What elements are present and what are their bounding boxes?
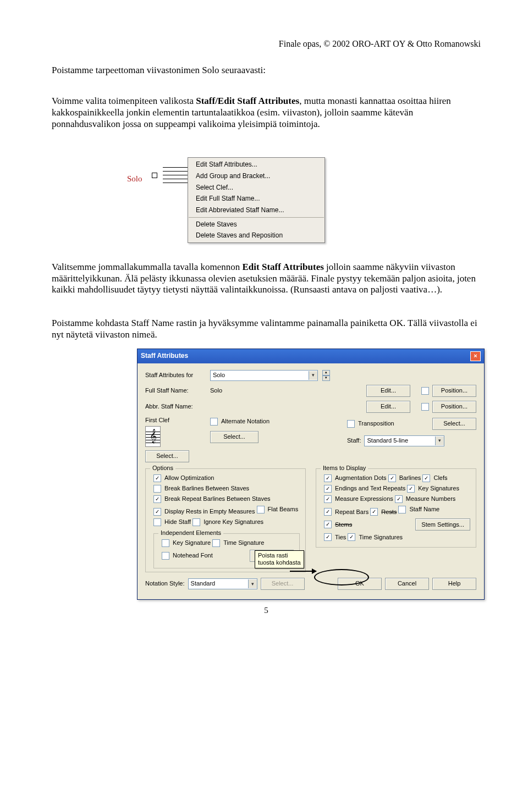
edit-abbr-name-button[interactable]: Edit... (366, 401, 410, 413)
opt-hide-staff: Hide Staff (164, 518, 191, 526)
checkbox-icon: ✓ (407, 485, 415, 493)
chk-measure-num[interactable]: ✓Measure Numbers (395, 495, 455, 503)
chk-staff-name[interactable]: Staff Name (398, 506, 439, 513)
checkbox-icon (257, 506, 265, 513)
item-repeat: Repeat Bars (335, 509, 369, 516)
chk-keysig[interactable]: ✓Key Signatures (407, 485, 459, 493)
menu-add-group-bracket[interactable]: Add Group and Bracket... (188, 170, 324, 182)
combo-staff-type[interactable]: Standard 5-line ▾ (364, 435, 444, 446)
position-abbr-name-button[interactable]: Position... (432, 401, 476, 413)
help-button[interactable]: Help (432, 578, 476, 590)
context-menu: Edit Staff Attributes... Add Group and B… (188, 157, 325, 242)
para1b-pre: Voimme valita toimenpiteen valikosta (52, 96, 196, 106)
checkbox-icon: ✓ (324, 508, 332, 516)
checkbox-icon (347, 420, 355, 428)
legend-items: Items to Display (321, 465, 368, 472)
paragraph-2: Valitsemme jommallakummalla tavalla kome… (52, 262, 481, 296)
para2-bold: Edit Staff Attributes (243, 262, 324, 272)
chk-display-rests[interactable]: ✓Display Rests in Empty Measures (153, 508, 255, 516)
position-full-name-button[interactable]: Position... (432, 385, 476, 397)
spin-control[interactable]: ▴▾ (322, 370, 330, 381)
chk-repeat-bars[interactable]: ✓Repeat Bars (324, 508, 369, 516)
indep-keysig: Key Signature (173, 539, 211, 546)
chk-indep-timesig[interactable]: Time Signature (212, 539, 264, 547)
legend-options: Options (150, 465, 175, 472)
combo-staff-attributes-for[interactable]: Solo ▾ (210, 370, 318, 381)
chk-stems[interactable]: ✓Stems (324, 521, 352, 528)
legend-independent: Independent Elements (158, 529, 223, 537)
checkbox-icon: ✓ (324, 474, 332, 482)
dialog-titlebar: Staff Attributes × (138, 349, 484, 363)
chk-rests[interactable]: ✓Rests (370, 508, 397, 516)
context-menu-screenshot: Moderato 𝅘𝅥 = 108 Solo Edit Staff Attrib… (146, 157, 342, 242)
checkbox-icon (210, 418, 218, 426)
paragraph-3: Poistamme kohdasta Staff Name rastin ja … (52, 318, 481, 340)
item-rests: Rests (381, 509, 397, 516)
page-number: 5 (52, 605, 481, 615)
chk-measure-expr[interactable]: ✓Measure Expressions (324, 495, 393, 503)
item-keysig: Key Signatures (418, 485, 459, 492)
menu-select-clef[interactable]: Select Clef... (188, 182, 324, 194)
menu-delete-staves[interactable]: Delete Staves (188, 219, 324, 230)
menu-edit-staff-attributes[interactable]: Edit Staff Attributes... (188, 159, 324, 170)
opt-break-barlines: Break Barlines Between Staves (164, 485, 249, 492)
menu-delete-staves-reposition[interactable]: Delete Staves and Reposition (188, 230, 324, 241)
chk-indep-notehead[interactable]: Notehead Font (162, 552, 213, 560)
checkbox-icon: ✓ (153, 508, 161, 516)
checkbox-icon (421, 403, 429, 411)
select-transposition-button[interactable]: Select... (432, 418, 476, 430)
label-alternate-notation: Alternate Notation (221, 418, 270, 425)
staff-name-solo: Solo (127, 174, 142, 184)
stem-settings-button[interactable]: Stem Settings... (415, 518, 470, 531)
select-notation-style-button: Select... (261, 578, 305, 590)
chk-clefs[interactable]: ✓Clefs (422, 474, 447, 482)
chk-indep-keysig[interactable]: Key Signature (162, 539, 211, 547)
chk-full-position[interactable] (421, 387, 429, 395)
chk-barlines[interactable]: ✓Barlines (388, 474, 421, 482)
chk-hide-staff[interactable]: Hide Staff (153, 518, 191, 526)
chk-alternate-notation[interactable]: Alternate Notation (210, 418, 344, 426)
checkbox-icon: ✓ (153, 495, 161, 503)
chk-flat-beams[interactable]: Flat Beams (257, 506, 299, 513)
menu-edit-full-staff-name[interactable]: Edit Full Staff Name... (188, 193, 324, 205)
close-button[interactable]: × (470, 351, 481, 361)
item-ties: Ties (335, 534, 346, 541)
checkbox-icon: ✓ (395, 495, 403, 503)
combo-staff-attributes-for-value: Solo (213, 372, 309, 379)
chk-ties[interactable]: ✓Ties (324, 533, 346, 541)
first-clef-preview: 𝄞 (145, 426, 161, 447)
checkbox-icon: ✓ (324, 521, 332, 528)
chk-allow-optimization[interactable]: ✓Allow Optimization (153, 474, 214, 482)
chk-break-barlines[interactable]: Break Barlines Between Staves (153, 485, 249, 493)
select-clef-button[interactable]: Select... (145, 450, 189, 462)
chk-endings[interactable]: ✓Endings and Text Repeats (324, 485, 405, 493)
dialog-title: Staff Attributes (141, 352, 188, 360)
cancel-button[interactable]: Cancel (385, 578, 429, 590)
selection-handle[interactable] (152, 173, 157, 178)
checkbox-icon: ✓ (388, 474, 396, 482)
item-stems: Stems (335, 521, 352, 528)
label-abbr-staff-name: Abbr. Staff Name: (145, 403, 207, 410)
item-mexpr: Measure Expressions (335, 495, 393, 502)
chevron-down-icon: ▾ (248, 579, 257, 588)
label-staff-attributes-for: Staff Attributes for (145, 372, 207, 379)
select-altnot-button[interactable]: Select... (210, 431, 258, 443)
combo-notation-style[interactable]: Standard ▾ (188, 578, 257, 589)
chk-aug-dots[interactable]: ✓Augmentation Dots (324, 474, 387, 482)
chk-transposition[interactable]: Transposition (347, 420, 394, 428)
menu-separator (189, 217, 324, 218)
chk-timesig[interactable]: ✓Time Signatures (348, 533, 403, 541)
edit-full-name-button[interactable]: Edit... (366, 385, 410, 397)
opt-break-repeat: Break Repeat Barlines Between Staves (164, 495, 271, 502)
staff-attributes-dialog: Staff Attributes × Staff Attributes for … (137, 349, 485, 600)
menu-edit-abbr-staff-name[interactable]: Edit Abbreviated Staff Name... (188, 205, 324, 216)
chk-break-repeat-barlines[interactable]: ✓Break Repeat Barlines Between Staves (153, 495, 271, 503)
value-full-staff-name: Solo (210, 387, 233, 394)
checkbox-icon (398, 506, 406, 513)
combo-staff-type-value: Standard 5-line (367, 437, 435, 444)
chk-ignore-key-signatures[interactable]: Ignore Key Signatures (193, 518, 263, 526)
chk-abbr-position[interactable] (421, 403, 429, 411)
checkbox-icon (153, 485, 161, 493)
header-copyright: Finale opas, © 2002 ORO-ART OY & Otto Ro… (52, 38, 481, 49)
item-timesig: Time Signatures (359, 534, 403, 541)
